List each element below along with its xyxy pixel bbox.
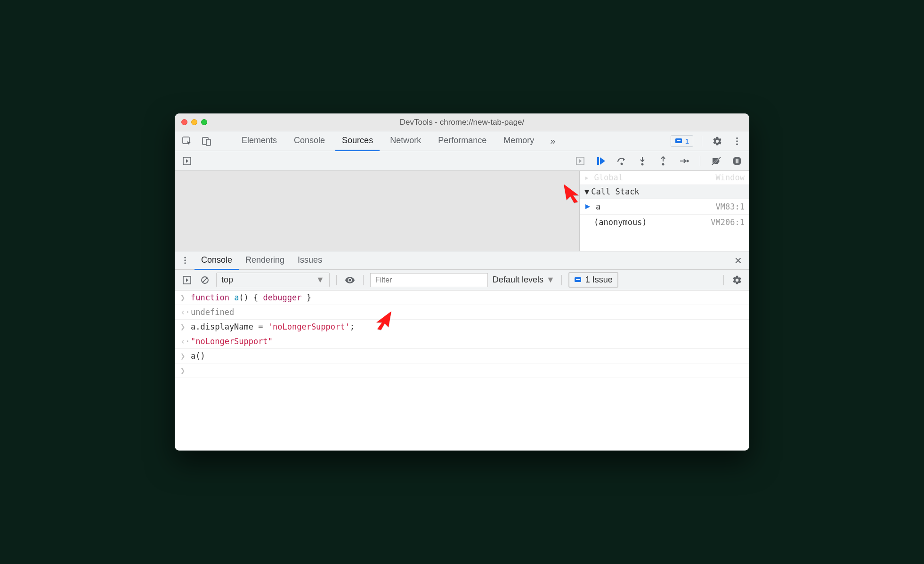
code-content: a() <box>191 351 744 361</box>
step-out-icon[interactable] <box>657 154 670 168</box>
output-arrow-icon: ‹· <box>180 307 191 317</box>
input-arrow-icon: ❯ <box>180 293 191 302</box>
window-title: DevTools - chrome://new-tab-page/ <box>175 118 749 127</box>
divider <box>561 275 562 285</box>
log-level-selector[interactable]: Default levels ▼ <box>493 275 555 285</box>
svg-point-19 <box>184 257 186 258</box>
svg-rect-26 <box>576 279 580 280</box>
context-selector[interactable]: top ▼ <box>216 273 330 287</box>
filter-input[interactable] <box>370 273 488 287</box>
prompt-icon: ❯ <box>180 366 191 375</box>
issues-button[interactable]: 1 Issue <box>568 272 618 288</box>
close-drawer-button[interactable]: × <box>731 253 746 268</box>
code-content: undefined <box>191 307 744 317</box>
divider <box>723 275 724 285</box>
svg-point-5 <box>736 137 738 139</box>
show-navigator-icon[interactable] <box>180 154 194 168</box>
code-content <box>191 366 744 375</box>
svg-point-14 <box>687 160 689 162</box>
console-line: ❯function a() { debugger } <box>175 290 749 305</box>
tab-elements[interactable]: Elements <box>235 131 284 151</box>
deactivate-breakpoints-icon[interactable] <box>710 154 723 168</box>
console-line: ❯ <box>175 363 749 378</box>
svg-rect-18 <box>738 159 739 163</box>
input-arrow-icon: ❯ <box>180 351 191 361</box>
pause-on-exceptions-icon[interactable] <box>730 154 744 168</box>
devtools-window: DevTools - chrome://new-tab-page/ Elemen… <box>175 113 749 451</box>
show-debugger-icon[interactable] <box>574 154 587 168</box>
svg-point-21 <box>184 262 186 264</box>
dropdown-triangle-icon: ▼ <box>546 275 555 285</box>
issue-counter[interactable]: 1 <box>671 135 693 147</box>
drawer-tab-console[interactable]: Console <box>195 251 239 270</box>
inspect-element-icon[interactable] <box>180 135 194 148</box>
frame-location: VM83:1 <box>716 202 745 211</box>
stack-frame[interactable]: (anonymous)VM206:1 <box>580 215 749 230</box>
tab-memory[interactable]: Memory <box>497 131 541 151</box>
svg-point-12 <box>641 163 644 165</box>
divider <box>700 156 700 166</box>
debugger-sidebar: ▸ Global Window ▼ Call Stack aVM83:1(ano… <box>580 171 749 251</box>
tab-sources[interactable]: Sources <box>335 131 380 151</box>
stack-frame[interactable]: aVM83:1 <box>580 199 749 215</box>
titlebar: DevTools - chrome://new-tab-page/ <box>175 113 749 131</box>
resume-icon[interactable] <box>594 154 608 168</box>
current-frame-arrow-icon <box>584 203 591 210</box>
svg-point-20 <box>184 259 186 261</box>
code-content: function a() { debugger } <box>191 293 744 302</box>
sources-content: ▸ Global Window ▼ Call Stack aVM83:1(ano… <box>175 171 749 251</box>
levels-label: Default levels <box>493 275 543 285</box>
console-line: ‹·undefined <box>175 305 749 320</box>
svg-rect-10 <box>597 157 599 165</box>
svg-point-13 <box>662 163 665 165</box>
output-arrow-icon: ‹· <box>180 337 191 346</box>
code-content: a.displayName = 'noLongerSupport'; <box>191 322 744 331</box>
tab-console[interactable]: Console <box>287 131 332 151</box>
svg-line-24 <box>203 278 207 282</box>
sources-toolbar <box>175 151 749 171</box>
drawer-tab-issues[interactable]: Issues <box>291 251 329 270</box>
svg-point-6 <box>736 140 738 142</box>
more-tabs-button[interactable]: » <box>547 135 558 148</box>
console-line: ❯a() <box>175 349 749 363</box>
disclosure-triangle-icon: ▼ <box>584 187 589 196</box>
console-settings-icon[interactable] <box>730 274 744 287</box>
step-icon[interactable] <box>677 154 690 168</box>
step-into-icon[interactable] <box>636 154 649 168</box>
clear-console-icon[interactable] <box>198 274 211 287</box>
callstack-title: Call Stack <box>591 187 639 196</box>
drawer-tab-rendering[interactable]: Rendering <box>239 251 291 270</box>
code-content: "noLongerSupport" <box>191 337 744 346</box>
settings-icon[interactable] <box>711 135 724 148</box>
console-line: ‹·"noLongerSupport" <box>175 334 749 349</box>
callstack-header[interactable]: ▼ Call Stack <box>580 185 749 199</box>
device-toolbar-icon[interactable] <box>200 135 213 148</box>
frame-function: (anonymous) <box>594 218 711 227</box>
drawer-kebab-icon[interactable] <box>178 254 192 267</box>
kebab-menu-icon[interactable] <box>730 135 744 148</box>
context-label: top <box>221 275 233 285</box>
tab-network[interactable]: Network <box>383 131 428 151</box>
drawer-tabstrip: ConsoleRenderingIssues × <box>175 251 749 270</box>
tab-performance[interactable]: Performance <box>431 131 493 151</box>
live-expression-icon[interactable] <box>343 274 357 287</box>
svg-rect-2 <box>206 139 211 145</box>
console-output[interactable]: ❯function a() { debugger }‹·undefined❯a.… <box>175 290 749 451</box>
issues-label: 1 Issue <box>585 275 613 285</box>
console-sidebar-toggle-icon[interactable] <box>180 274 194 287</box>
main-tabstrip: ElementsConsoleSourcesNetworkPerformance… <box>175 131 749 151</box>
step-over-icon[interactable] <box>615 154 628 168</box>
svg-point-7 <box>736 143 738 145</box>
svg-rect-17 <box>736 159 737 163</box>
frame-function: a <box>596 202 716 211</box>
source-editor-pane[interactable] <box>175 171 580 251</box>
svg-point-11 <box>621 162 623 165</box>
divider <box>363 275 364 285</box>
divider <box>336 275 337 285</box>
svg-rect-4 <box>677 140 681 141</box>
dropdown-triangle-icon: ▼ <box>316 275 324 285</box>
console-toolbar: top ▼ Default levels ▼ 1 Issue <box>175 270 749 290</box>
scope-global-row[interactable]: ▸ Global Window <box>580 171 749 185</box>
console-line: ❯a.displayName = 'noLongerSupport'; <box>175 320 749 334</box>
input-arrow-icon: ❯ <box>180 322 191 331</box>
